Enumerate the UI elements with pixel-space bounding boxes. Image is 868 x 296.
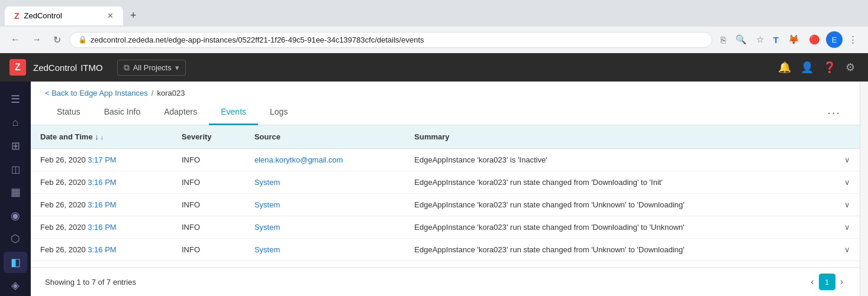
content-area: < Back to Edge App Instances / kora023 S… xyxy=(31,82,860,296)
col-header-summary: Summary xyxy=(405,125,835,149)
cell-datetime-3: Feb 26, 2020 3:16 PM xyxy=(31,216,172,239)
sidebar-item-shield[interactable]: ⬡ xyxy=(4,229,27,249)
cell-severity-5: INFO xyxy=(172,261,245,268)
settings-icon[interactable]: ⚙ xyxy=(842,57,859,77)
help-icon[interactable]: ❓ xyxy=(819,57,840,77)
profile-avatar[interactable]: E xyxy=(826,31,843,48)
menu-button[interactable]: ⋮ xyxy=(845,32,861,47)
tab-basic-info[interactable]: Basic Info xyxy=(92,100,152,125)
sidebar-item-settings2[interactable]: ◈ xyxy=(4,275,27,296)
cell-expand-4[interactable]: ∨ xyxy=(835,239,860,261)
back-button[interactable]: ← xyxy=(7,32,24,47)
project-selector[interactable]: ⧉ All Projects ▾ xyxy=(117,60,186,76)
cell-expand-0[interactable]: ∨ xyxy=(835,149,860,171)
cell-severity-2: INFO xyxy=(172,194,245,216)
reload-button[interactable]: ↻ xyxy=(50,32,64,48)
cell-summary-0: EdgeAppInstance 'kora023' is 'Inactive' xyxy=(405,149,835,171)
prev-page-button[interactable]: ‹ xyxy=(808,275,816,288)
tab-logo: Z xyxy=(14,11,20,21)
cell-source-1: System xyxy=(245,171,405,194)
url-bar[interactable]: 🔒 zedcontrol.zededa.net/edge-app-instanc… xyxy=(69,32,712,48)
tab-title: ZedControl xyxy=(24,11,102,20)
cell-severity-3: INFO xyxy=(172,216,245,239)
cell-expand-1[interactable]: ∨ xyxy=(835,171,860,194)
edge-apps-icon: ◧ xyxy=(11,256,21,269)
tabs-bar: Status Basic Info Adapters Events Logs ·… xyxy=(31,100,860,125)
cell-time-0: 3:17 PM xyxy=(88,155,116,164)
cell-expand-5[interactable]: ∨ xyxy=(835,261,860,268)
sidebar-item-apps[interactable]: ◫ xyxy=(4,158,27,179)
cell-severity-1: INFO xyxy=(172,171,245,194)
sidebar-item-menu[interactable]: ☰ xyxy=(4,89,27,109)
cell-source-3: System xyxy=(245,216,405,239)
cell-summary-3: EdgeAppInstance 'kora023' run state chan… xyxy=(405,216,835,239)
cell-severity-0: INFO xyxy=(172,149,245,171)
notifications-icon[interactable]: 🔔 xyxy=(775,57,795,77)
cell-expand-2[interactable]: ∨ xyxy=(835,194,860,216)
tab-status[interactable]: Status xyxy=(45,100,92,125)
project-label: All Projects xyxy=(133,63,172,72)
page-1-button[interactable]: 1 xyxy=(819,274,835,290)
cell-source-5: elena.korytko@gmail.com xyxy=(245,261,405,268)
events-table-container: Date and Time ↓ Severity Source Summary … xyxy=(31,125,860,267)
sidebar-item-edge-apps[interactable]: ◧ xyxy=(4,252,27,272)
browser-tabs: Z ZedControl ✕ + xyxy=(0,0,868,27)
cell-source-0: elena.korytko@gmail.com xyxy=(245,149,405,171)
breadcrumb-back-link[interactable]: < Back to Edge App Instances xyxy=(45,89,148,97)
breadcrumb: < Back to Edge App Instances / kora023 xyxy=(31,82,860,100)
tab-logs[interactable]: Logs xyxy=(258,100,299,125)
org-name: ITMO xyxy=(80,63,103,73)
lock-icon: 🔒 xyxy=(78,35,87,44)
col-header-source: Source xyxy=(245,125,405,149)
project-dropdown-icon: ▾ xyxy=(175,63,179,72)
cell-datetime-1: Feb 26, 2020 3:16 PM xyxy=(31,171,172,194)
col-header-datetime[interactable]: Date and Time ↓ xyxy=(31,125,172,149)
browser-chrome: Z ZedControl ✕ + ← → ↻ 🔒 zedcontrol.zede… xyxy=(0,0,868,53)
sidebar-item-monitor[interactable]: ◉ xyxy=(4,205,27,226)
cast-button[interactable]: ⎘ xyxy=(717,32,730,47)
tab-events[interactable]: Events xyxy=(209,100,258,125)
scrollbar[interactable] xyxy=(860,82,868,296)
cell-source-4: System xyxy=(245,239,405,261)
new-tab-button[interactable]: + xyxy=(123,5,144,27)
tab-adapters[interactable]: Adapters xyxy=(152,100,209,125)
sidebar-item-calendar[interactable]: ▦ xyxy=(4,182,27,203)
main-layout: ☰ ⌂ ⊞ ◫ ▦ ◉ ⬡ ◧ ◈ < Back to Edge App Ins… xyxy=(0,82,868,296)
cell-summary-4: EdgeAppInstance 'kora023' run state chan… xyxy=(405,239,835,261)
cell-datetime-5: Feb 26, 2020 3:15 PM xyxy=(31,261,172,268)
cell-expand-3[interactable]: ∨ xyxy=(835,216,860,239)
browser-tab-active[interactable]: Z ZedControl ✕ xyxy=(5,6,123,25)
pagination: ‹ 1 › xyxy=(808,274,846,290)
ext3-button[interactable]: 🔴 xyxy=(805,32,824,47)
col-header-severity: Severity xyxy=(172,125,245,149)
table-row: Feb 26, 2020 3:15 PM INFO elena.korytko@… xyxy=(31,261,860,268)
user-icon[interactable]: 👤 xyxy=(797,57,817,77)
project-copy-icon: ⧉ xyxy=(124,63,130,73)
cell-time-4: 3:16 PM xyxy=(88,245,116,254)
ext1-button[interactable]: T xyxy=(770,32,782,47)
forward-button[interactable]: → xyxy=(28,32,45,47)
table-footer: Showing 1 to 7 of 7 entries ‹ 1 › xyxy=(31,267,860,296)
zoom-button[interactable]: 🔍 xyxy=(732,32,750,47)
app-logo: Z xyxy=(9,59,26,76)
sidebar-item-home[interactable]: ⌂ xyxy=(4,112,27,132)
sidebar-item-devices[interactable]: ⊞ xyxy=(4,135,27,156)
tabs-more-button[interactable]: ··· xyxy=(822,101,846,124)
cell-datetime-0: Feb 26, 2020 3:17 PM xyxy=(31,149,172,171)
footer-showing-text: Showing 1 to 7 of 7 entries xyxy=(45,278,136,287)
cell-source-2: System xyxy=(245,194,405,216)
cell-time-1: 3:16 PM xyxy=(88,178,116,187)
browser-toolbar: ← → ↻ 🔒 zedcontrol.zededa.net/edge-app-i… xyxy=(0,27,868,53)
events-table: Date and Time ↓ Severity Source Summary … xyxy=(31,125,860,267)
ext2-button[interactable]: 🦊 xyxy=(785,32,803,47)
top-nav: Z ZedControl ITMO ⧉ All Projects ▾ 🔔 👤 ❓… xyxy=(0,53,868,82)
bookmark-button[interactable]: ☆ xyxy=(753,32,767,47)
next-page-button[interactable]: › xyxy=(838,275,846,288)
tab-close-button[interactable]: ✕ xyxy=(107,11,114,20)
app-container: Z ZedControl ITMO ⧉ All Projects ▾ 🔔 👤 ❓… xyxy=(0,53,868,296)
table-row: Feb 26, 2020 3:16 PM INFO System EdgeApp… xyxy=(31,216,860,239)
cell-summary-2: EdgeAppInstance 'kora023' run state chan… xyxy=(405,194,835,216)
cell-datetime-4: Feb 26, 2020 3:16 PM xyxy=(31,239,172,261)
breadcrumb-current: kora023 xyxy=(157,89,185,97)
browser-actions: ⎘ 🔍 ☆ T 🦊 🔴 E ⋮ xyxy=(717,31,861,48)
